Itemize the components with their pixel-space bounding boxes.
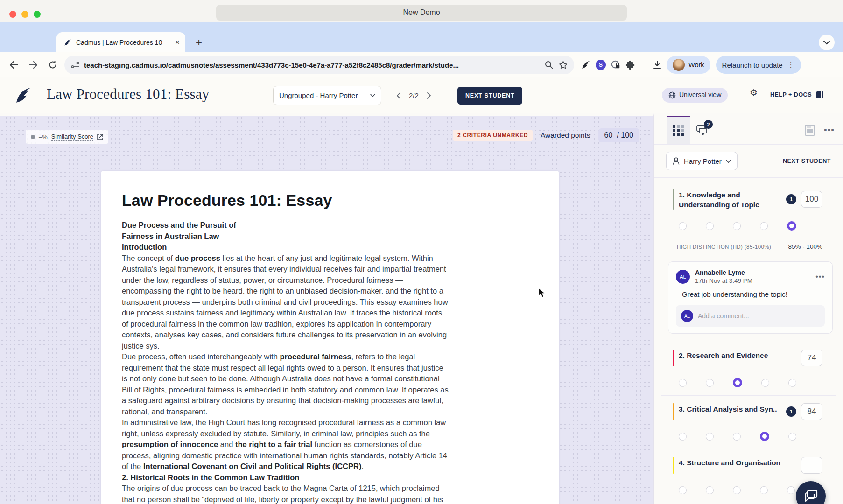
- bookmark-star-icon[interactable]: [559, 61, 568, 69]
- divider: [661, 449, 836, 449]
- essay-subtitle-line: Fairness in Australian Law: [122, 231, 449, 242]
- tab-comments[interactable]: 2: [690, 116, 714, 144]
- rubric-level-radio-5[interactable]: [788, 379, 796, 387]
- essay-subtitle-line: Introduction: [122, 242, 449, 253]
- rubric-level-radio-4[interactable]: [760, 222, 768, 230]
- rubric-level-radio-2[interactable]: [706, 222, 714, 230]
- essay-paragraph: The origins of due process can be traced…: [122, 483, 449, 504]
- tab-close-icon[interactable]: ×: [175, 38, 180, 47]
- panel-next-student-button[interactable]: NEXT STUDENT: [783, 158, 831, 164]
- notes-icon[interactable]: [804, 124, 815, 136]
- url-text[interactable]: teach-staging.cadmus.io/cadmusnotes/asse…: [84, 61, 541, 69]
- rubric-level-radio-4[interactable]: [760, 432, 769, 441]
- previous-student-chevron[interactable]: [397, 92, 400, 99]
- new-tab-button[interactable]: +: [192, 36, 205, 49]
- pager-count: 2/2: [409, 91, 419, 99]
- rubric-level-radio-4[interactable]: [760, 486, 768, 494]
- rubric-level-radio-3[interactable]: [733, 222, 741, 230]
- reload-button[interactable]: [45, 57, 61, 73]
- student-selector-dropdown[interactable]: Harry Potter: [666, 152, 738, 170]
- profile-avatar: [673, 59, 685, 71]
- browser-profile-chip[interactable]: Work: [667, 56, 710, 74]
- forward-button[interactable]: [25, 57, 41, 73]
- essay-paragraph: Due process, often used interchangeably …: [122, 351, 449, 417]
- awarded-value: 60: [604, 131, 613, 140]
- rubric-level-radio-1[interactable]: [679, 486, 687, 494]
- essay-title: Law Procedures 101: Essay: [122, 191, 559, 210]
- rubric-level-radio-4[interactable]: [761, 379, 769, 387]
- similarity-score-chip[interactable]: –% Similarity Score: [26, 130, 108, 144]
- rubric-level-radio-2[interactable]: [706, 486, 714, 494]
- rubric-level-radio-1[interactable]: [679, 433, 687, 441]
- privacy-extension-icon[interactable]: [611, 60, 621, 70]
- criterion-2-score-input[interactable]: 74: [801, 350, 822, 366]
- rubric-level-radio-5[interactable]: [787, 221, 796, 231]
- tab-rubric-grid[interactable]: [667, 116, 690, 144]
- criterion-4-color-bar: [673, 457, 674, 474]
- next-student-chevron[interactable]: [427, 92, 431, 99]
- rubric-level-radio-5[interactable]: [788, 433, 796, 441]
- browser-tab[interactable]: Cadmus | Law Procedures 10 ×: [56, 32, 185, 52]
- screen: New Demo Cadmus | Law Procedures 10 × + …: [0, 0, 843, 504]
- group-selector-value: Ungrouped - Harry Potter: [279, 91, 358, 99]
- universal-view-toggle[interactable]: Universal view: [662, 88, 728, 103]
- comment-timestamp: 17th Nov at 3:49 PM: [695, 277, 752, 284]
- similarity-label: Similarity Score: [51, 133, 93, 141]
- group-selector-dropdown[interactable]: Ungrouped - Harry Potter: [273, 86, 381, 105]
- criterion-4-score-input[interactable]: [801, 457, 822, 474]
- rubric-level-radio-5[interactable]: [787, 486, 795, 494]
- zoom-icon[interactable]: [545, 61, 553, 69]
- address-bar[interactable]: teach-staging.cadmus.io/cadmusnotes/asse…: [64, 56, 574, 74]
- criterion-3-score-input[interactable]: 84: [801, 403, 822, 420]
- help-docs-link[interactable]: HELP + DOCS: [770, 91, 824, 98]
- browser-toolbar: teach-staging.cadmus.io/cadmusnotes/asse…: [0, 52, 843, 77]
- rubric-level-radio-3[interactable]: [733, 433, 741, 441]
- rubric-level-radio-2[interactable]: [706, 379, 714, 387]
- criterion-1-level-radios: [679, 221, 843, 231]
- macos-titlebar: New Demo: [0, 0, 843, 22]
- relaunch-to-update-button[interactable]: Relaunch to update ⋮: [716, 56, 801, 74]
- rubric-level-radio-1[interactable]: [679, 379, 687, 387]
- criterion-1-header: 1. Knowledge and Understanding of Topic …: [673, 189, 822, 210]
- fullscreen-window-button[interactable]: [34, 11, 41, 18]
- criterion-1-score-input[interactable]: 100: [801, 191, 822, 208]
- divider: [661, 395, 836, 396]
- tab-search-chevron-button[interactable]: [819, 35, 835, 50]
- grade-band-range[interactable]: 85% - 100%: [788, 243, 822, 251]
- browser-menu-kebab-icon[interactable]: ⋮: [787, 61, 795, 69]
- add-comment-placeholder: Add a comment...: [698, 312, 749, 320]
- rubric-level-radio-2[interactable]: [706, 433, 714, 441]
- downloads-icon[interactable]: [653, 60, 662, 70]
- comment-menu-kebab[interactable]: •••: [815, 273, 825, 281]
- cadmus-extension-icon[interactable]: [581, 60, 591, 70]
- close-window-button[interactable]: [9, 11, 16, 18]
- globe-icon: [668, 91, 676, 99]
- criterion-2-color-bar: [673, 350, 674, 366]
- panel-menu-kebab[interactable]: •••: [824, 125, 835, 135]
- rubric-level-radio-3[interactable]: [733, 378, 742, 387]
- mouse-cursor: [538, 287, 548, 299]
- comment-text: Great job understanding the topic!: [682, 290, 825, 298]
- chat-fab-button[interactable]: [796, 481, 826, 504]
- site-settings-icon[interactable]: [71, 61, 79, 69]
- settings-gear-icon[interactable]: ⚙: [750, 87, 758, 98]
- add-comment-input[interactable]: AL Add a comment...: [676, 305, 825, 327]
- grid-icon: [673, 125, 684, 136]
- criterion-3-color-bar: [673, 403, 674, 420]
- student-row: Harry Potter NEXT STUDENT: [654, 145, 843, 178]
- awarded-points-value: 60 / 100: [598, 128, 639, 142]
- next-student-button[interactable]: NEXT STUDENT: [457, 87, 522, 105]
- rubric-level-radio-1[interactable]: [679, 222, 687, 230]
- rubric-level-radio-3[interactable]: [733, 486, 741, 494]
- password-manager-extension-icon[interactable]: S: [596, 60, 606, 70]
- commenter-avatar: AL: [676, 270, 690, 284]
- criteria-unmarked-badge: 2 CRITERIA UNMARKED: [453, 130, 533, 141]
- relaunch-label: Relaunch to update: [722, 61, 783, 69]
- external-link-icon: [97, 134, 103, 140]
- document-work-area: –% Similarity Score 2 CRITERIA UNMARKED …: [0, 113, 653, 504]
- extensions-puzzle-icon[interactable]: [625, 60, 635, 70]
- commenter-name: Annabelle Lyme: [695, 269, 752, 276]
- back-button[interactable]: [6, 57, 21, 73]
- minimize-window-button[interactable]: [21, 11, 28, 18]
- help-docs-label: HELP + DOCS: [770, 91, 812, 98]
